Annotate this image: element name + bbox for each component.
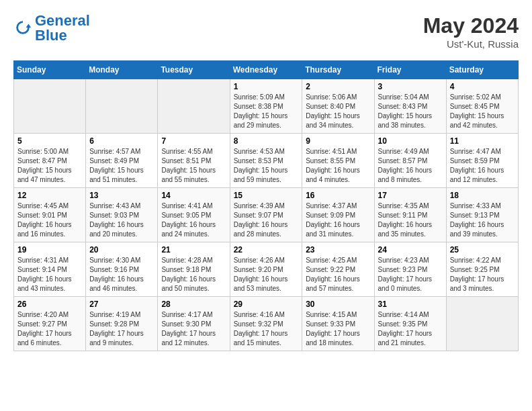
table-row: 10Sunrise: 4:49 AM Sunset: 8:57 PM Dayli… xyxy=(374,134,446,188)
calendar-week-row: 5Sunrise: 5:00 AM Sunset: 8:47 PM Daylig… xyxy=(14,134,519,188)
day-info: Sunrise: 4:28 AM Sunset: 9:18 PM Dayligh… xyxy=(161,256,226,293)
day-number: 10 xyxy=(378,136,443,146)
logo-icon xyxy=(13,19,32,38)
day-info: Sunrise: 4:35 AM Sunset: 9:11 PM Dayligh… xyxy=(378,201,443,239)
day-number: 26 xyxy=(17,300,82,309)
day-number: 14 xyxy=(161,191,226,200)
table-row: 18Sunrise: 4:33 AM Sunset: 9:13 PM Dayli… xyxy=(446,188,518,242)
table-row: 31Sunrise: 4:14 AM Sunset: 9:35 PM Dayli… xyxy=(374,297,446,351)
day-info: Sunrise: 4:19 AM Sunset: 9:28 PM Dayligh… xyxy=(89,310,154,348)
day-number: 24 xyxy=(378,245,443,255)
table-row: 25Sunrise: 4:22 AM Sunset: 9:25 PM Dayli… xyxy=(446,242,518,297)
calendar-week-row: 12Sunrise: 4:45 AM Sunset: 9:01 PM Dayli… xyxy=(14,188,519,242)
day-number: 25 xyxy=(450,245,515,255)
day-info: Sunrise: 4:15 AM Sunset: 9:33 PM Dayligh… xyxy=(306,310,370,348)
day-info: Sunrise: 4:47 AM Sunset: 8:59 PM Dayligh… xyxy=(450,147,515,185)
day-number: 12 xyxy=(17,191,82,200)
day-number: 22 xyxy=(234,245,299,255)
table-row xyxy=(86,79,158,134)
day-info: Sunrise: 4:37 AM Sunset: 9:09 PM Dayligh… xyxy=(306,201,370,239)
table-row: 9Sunrise: 4:51 AM Sunset: 8:55 PM Daylig… xyxy=(302,134,374,188)
day-number: 20 xyxy=(89,245,154,255)
table-row: 24Sunrise: 4:23 AM Sunset: 9:23 PM Dayli… xyxy=(374,242,446,297)
table-row: 8Sunrise: 4:53 AM Sunset: 8:53 PM Daylig… xyxy=(230,134,302,188)
day-info: Sunrise: 4:31 AM Sunset: 9:14 PM Dayligh… xyxy=(17,256,82,293)
day-number: 8 xyxy=(234,136,299,146)
table-row: 27Sunrise: 4:19 AM Sunset: 9:28 PM Dayli… xyxy=(86,297,158,351)
col-monday: Monday xyxy=(86,61,158,79)
day-number: 28 xyxy=(161,300,226,309)
table-row: 11Sunrise: 4:47 AM Sunset: 8:59 PM Dayli… xyxy=(446,134,518,188)
calendar-week-row: 1Sunrise: 5:09 AM Sunset: 8:38 PM Daylig… xyxy=(14,79,519,134)
svg-marker-0 xyxy=(26,24,31,28)
table-row: 30Sunrise: 4:15 AM Sunset: 9:33 PM Dayli… xyxy=(302,297,374,351)
table-row: 14Sunrise: 4:41 AM Sunset: 9:05 PM Dayli… xyxy=(158,188,230,242)
col-sunday: Sunday xyxy=(14,61,86,79)
day-info: Sunrise: 4:23 AM Sunset: 9:23 PM Dayligh… xyxy=(378,256,443,293)
day-number: 2 xyxy=(306,82,370,91)
day-number: 13 xyxy=(89,191,154,200)
logo-text: GeneralBlue xyxy=(35,13,90,43)
logo: GeneralBlue xyxy=(13,13,90,43)
day-number: 6 xyxy=(89,136,154,146)
day-info: Sunrise: 4:55 AM Sunset: 8:51 PM Dayligh… xyxy=(161,147,226,185)
day-info: Sunrise: 5:00 AM Sunset: 8:47 PM Dayligh… xyxy=(17,147,82,185)
day-number: 4 xyxy=(450,82,515,91)
table-row: 17Sunrise: 4:35 AM Sunset: 9:11 PM Dayli… xyxy=(374,188,446,242)
table-row: 19Sunrise: 4:31 AM Sunset: 9:14 PM Dayli… xyxy=(14,242,86,297)
day-number: 30 xyxy=(306,300,370,309)
day-number: 15 xyxy=(234,191,299,200)
day-info: Sunrise: 4:49 AM Sunset: 8:57 PM Dayligh… xyxy=(378,147,443,185)
calendar-week-row: 19Sunrise: 4:31 AM Sunset: 9:14 PM Dayli… xyxy=(14,242,519,297)
day-info: Sunrise: 5:09 AM Sunset: 8:38 PM Dayligh… xyxy=(234,93,299,130)
table-row: 22Sunrise: 4:26 AM Sunset: 9:20 PM Dayli… xyxy=(230,242,302,297)
table-row: 1Sunrise: 5:09 AM Sunset: 8:38 PM Daylig… xyxy=(230,79,302,134)
day-number: 7 xyxy=(161,136,226,146)
day-info: Sunrise: 4:33 AM Sunset: 9:13 PM Dayligh… xyxy=(450,201,515,239)
day-info: Sunrise: 4:22 AM Sunset: 9:25 PM Dayligh… xyxy=(450,256,515,293)
day-info: Sunrise: 4:45 AM Sunset: 9:01 PM Dayligh… xyxy=(17,201,82,239)
table-row: 2Sunrise: 5:06 AM Sunset: 8:40 PM Daylig… xyxy=(302,79,374,134)
day-info: Sunrise: 4:43 AM Sunset: 9:03 PM Dayligh… xyxy=(89,201,154,239)
col-thursday: Thursday xyxy=(302,61,374,79)
day-number: 5 xyxy=(17,136,82,146)
table-row: 6Sunrise: 4:57 AM Sunset: 8:49 PM Daylig… xyxy=(86,134,158,188)
day-number: 23 xyxy=(306,245,370,255)
day-info: Sunrise: 5:06 AM Sunset: 8:40 PM Dayligh… xyxy=(306,93,370,130)
table-row: 5Sunrise: 5:00 AM Sunset: 8:47 PM Daylig… xyxy=(14,134,86,188)
day-number: 17 xyxy=(378,191,443,200)
table-row xyxy=(158,79,230,134)
day-number: 3 xyxy=(378,82,443,91)
month-year: May 2024 xyxy=(423,13,519,38)
day-number: 29 xyxy=(234,300,299,309)
table-row: 7Sunrise: 4:55 AM Sunset: 8:51 PM Daylig… xyxy=(158,134,230,188)
table-row: 4Sunrise: 5:02 AM Sunset: 8:45 PM Daylig… xyxy=(446,79,518,134)
table-row: 29Sunrise: 4:16 AM Sunset: 9:32 PM Dayli… xyxy=(230,297,302,351)
day-info: Sunrise: 4:20 AM Sunset: 9:27 PM Dayligh… xyxy=(17,310,82,348)
day-number: 11 xyxy=(450,136,515,146)
day-info: Sunrise: 4:39 AM Sunset: 9:07 PM Dayligh… xyxy=(234,201,299,239)
col-tuesday: Tuesday xyxy=(158,61,230,79)
day-number: 27 xyxy=(89,300,154,309)
day-number: 1 xyxy=(234,82,299,91)
day-number: 9 xyxy=(306,136,370,146)
day-info: Sunrise: 5:02 AM Sunset: 8:45 PM Dayligh… xyxy=(450,93,515,130)
table-row: 26Sunrise: 4:20 AM Sunset: 9:27 PM Dayli… xyxy=(14,297,86,351)
page-header: GeneralBlue May 2024 Ust'-Kut, Russia xyxy=(13,13,519,50)
day-info: Sunrise: 4:51 AM Sunset: 8:55 PM Dayligh… xyxy=(306,147,370,185)
table-row: 21Sunrise: 4:28 AM Sunset: 9:18 PM Dayli… xyxy=(158,242,230,297)
table-row: 28Sunrise: 4:17 AM Sunset: 9:30 PM Dayli… xyxy=(158,297,230,351)
table-row: 16Sunrise: 4:37 AM Sunset: 9:09 PM Dayli… xyxy=(302,188,374,242)
day-number: 31 xyxy=(378,300,443,309)
title-block: May 2024 Ust'-Kut, Russia xyxy=(423,13,519,50)
day-info: Sunrise: 4:57 AM Sunset: 8:49 PM Dayligh… xyxy=(89,147,154,185)
table-row xyxy=(446,297,518,351)
day-info: Sunrise: 5:04 AM Sunset: 8:43 PM Dayligh… xyxy=(378,93,443,130)
table-row: 3Sunrise: 5:04 AM Sunset: 8:43 PM Daylig… xyxy=(374,79,446,134)
table-row: 20Sunrise: 4:30 AM Sunset: 9:16 PM Dayli… xyxy=(86,242,158,297)
table-row: 13Sunrise: 4:43 AM Sunset: 9:03 PM Dayli… xyxy=(86,188,158,242)
day-info: Sunrise: 4:41 AM Sunset: 9:05 PM Dayligh… xyxy=(161,201,226,239)
col-saturday: Saturday xyxy=(446,61,518,79)
col-wednesday: Wednesday xyxy=(230,61,302,79)
calendar-table: Sunday Monday Tuesday Wednesday Thursday… xyxy=(13,60,519,351)
